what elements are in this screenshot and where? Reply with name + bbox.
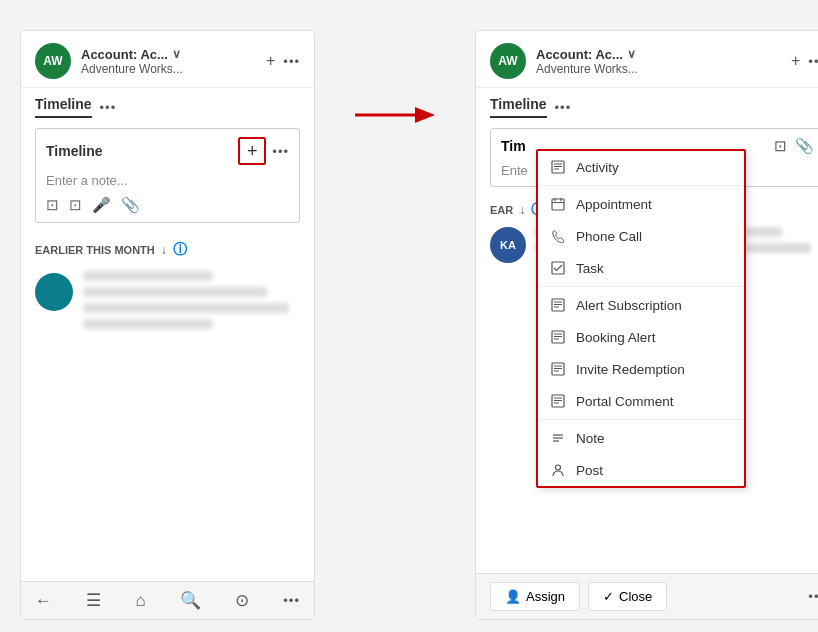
portal-comment-label: Portal Comment xyxy=(576,394,674,409)
appointment-label: Appointment xyxy=(576,197,652,212)
menu-icon[interactable]: ☰ xyxy=(86,590,101,611)
search-icon[interactable]: 🔍 xyxy=(180,590,201,611)
left-timeline-tab-row: Timeline ••• xyxy=(21,88,314,118)
left-header-info: Account: Ac... ∨ Adventure Works... xyxy=(81,47,256,76)
left-timeline-inner: Timeline + ••• Enter a note... ⊡ ⊡ 🎤 📎 xyxy=(35,128,300,223)
right-panel-header: AW Account: Ac... ∨ Adventure Works... +… xyxy=(476,31,818,88)
left-panel: AW Account: Ac... ∨ Adventure Works... +… xyxy=(20,30,315,620)
right-timeline-tab[interactable]: Timeline xyxy=(490,96,547,118)
microphone-icon[interactable]: 🎤 xyxy=(92,196,111,214)
home-icon[interactable]: ⌂ xyxy=(135,591,145,611)
left-timeline-tab[interactable]: Timeline xyxy=(35,96,92,118)
blur-line-3 xyxy=(83,303,289,313)
dropdown-item-invite-redemption[interactable]: Invite Redemption xyxy=(538,353,744,385)
dropdown-item-post[interactable]: Post xyxy=(538,454,744,486)
left-note-icons: ⊡ ⊡ 🎤 📎 xyxy=(46,196,289,214)
dropdown-item-alert-subscription[interactable]: Alert Subscription xyxy=(538,289,744,321)
left-account-title: Account: Ac... xyxy=(81,47,168,62)
left-inner-dots[interactable]: ••• xyxy=(272,144,289,159)
left-section-label: EARLIER THIS MONTH ↓ ⓘ xyxy=(21,233,314,263)
left-plus-btn[interactable]: + xyxy=(238,137,266,165)
right-header-info: Account: Ac... ∨ Adventure Works... xyxy=(536,47,781,76)
svg-rect-10 xyxy=(552,262,564,274)
booking-alert-label: Booking Alert xyxy=(576,330,656,345)
dropdown-item-task[interactable]: Task xyxy=(538,252,744,284)
left-bottom-nav: ← ☰ ⌂ 🔍 ⊙ ••• xyxy=(21,581,314,619)
phone-call-icon xyxy=(550,228,566,244)
right-add-btn[interactable]: + xyxy=(791,52,800,70)
left-avatar: AW xyxy=(35,43,71,79)
dropdown-item-activity[interactable]: Activity xyxy=(538,151,744,183)
close-label: Close xyxy=(619,589,652,604)
close-btn[interactable]: ✓ Close xyxy=(588,582,667,611)
video-icon[interactable]: ⊡ xyxy=(69,196,82,214)
dropdown-item-booking-alert[interactable]: Booking Alert xyxy=(538,321,744,353)
divider-3 xyxy=(538,419,744,420)
dropdown-menu: Activity Appointment xyxy=(536,149,746,488)
attachment-icon[interactable]: 📎 xyxy=(121,196,140,214)
right-timeline-inner-label: Tim xyxy=(501,138,526,154)
sort-icon[interactable]: ↓ xyxy=(161,243,167,257)
left-chevron-icon: ∨ xyxy=(172,47,181,61)
right-avatar: AW xyxy=(490,43,526,79)
back-icon[interactable]: ← xyxy=(35,591,52,611)
right-header-title: Account: Ac... ∨ xyxy=(536,47,781,62)
task-label: Task xyxy=(576,261,604,276)
left-blurred-content xyxy=(21,263,314,343)
dropdown-item-phone-call[interactable]: Phone Call xyxy=(538,220,744,252)
svg-point-30 xyxy=(556,465,561,470)
svg-marker-1 xyxy=(415,107,435,123)
dropdown-item-portal-comment[interactable]: Portal Comment xyxy=(538,385,744,417)
portal-comment-icon xyxy=(550,393,566,409)
note-icon xyxy=(550,430,566,446)
right-sort-icon[interactable]: ↓ xyxy=(519,203,525,217)
more-icon[interactable]: ••• xyxy=(283,593,300,608)
alert-subscription-icon xyxy=(550,297,566,313)
tasks-icon[interactable]: ⊙ xyxy=(235,590,249,611)
appointment-icon xyxy=(550,196,566,212)
left-dots-btn[interactable]: ••• xyxy=(283,54,300,69)
right-arrow-icon xyxy=(355,100,435,130)
left-timeline-inner-header: Timeline + ••• xyxy=(46,137,289,165)
left-add-btn[interactable]: + xyxy=(266,52,275,70)
check-icon: ✓ xyxy=(603,589,614,604)
divider-1 xyxy=(538,185,744,186)
assign-label: Assign xyxy=(526,589,565,604)
right-timeline-dots[interactable]: ••• xyxy=(555,100,572,115)
task-icon xyxy=(550,260,566,276)
alert-subscription-label: Alert Subscription xyxy=(576,298,682,313)
blur-line-4 xyxy=(83,319,213,329)
post-icon xyxy=(550,462,566,478)
right-section-text: EAR xyxy=(490,204,513,216)
right-account-title: Account: Ac... xyxy=(536,47,623,62)
invite-redemption-icon xyxy=(550,361,566,377)
left-header-subtitle: Adventure Works... xyxy=(81,62,256,76)
right-video-icon[interactable]: ⊡ xyxy=(774,137,787,155)
main-container: AW Account: Ac... ∨ Adventure Works... +… xyxy=(0,0,818,632)
dropdown-item-appointment[interactable]: Appointment xyxy=(538,188,744,220)
dropdown-item-note[interactable]: Note xyxy=(538,422,744,454)
right-timeline-tab-row: Timeline ••• xyxy=(476,88,818,118)
invite-redemption-label: Invite Redemption xyxy=(576,362,685,377)
arrow-container xyxy=(355,100,435,130)
bottom-more-btn[interactable]: ••• xyxy=(808,589,818,604)
ka-avatar: KA xyxy=(490,227,526,263)
right-header-subtitle: Adventure Works... xyxy=(536,62,781,76)
booking-alert-icon xyxy=(550,329,566,345)
activity-label: Activity xyxy=(576,160,619,175)
assign-btn[interactable]: 👤 Assign xyxy=(490,582,580,611)
divider-2 xyxy=(538,286,744,287)
note-label: Note xyxy=(576,431,605,446)
left-blurred-lines xyxy=(83,271,300,335)
activity-icon xyxy=(550,159,566,175)
right-attachment-icon[interactable]: 📎 xyxy=(795,137,814,155)
left-panel-header: AW Account: Ac... ∨ Adventure Works... +… xyxy=(21,31,314,88)
right-chevron-icon: ∨ xyxy=(627,47,636,61)
camera-icon[interactable]: ⊡ xyxy=(46,196,59,214)
right-bottom-bar: 👤 Assign ✓ Close ••• xyxy=(476,573,818,619)
section-label-text: EARLIER THIS MONTH xyxy=(35,244,155,256)
right-dots-btn[interactable]: ••• xyxy=(808,54,818,69)
info-icon[interactable]: ⓘ xyxy=(173,241,187,259)
right-panel: AW Account: Ac... ∨ Adventure Works... +… xyxy=(475,30,818,620)
left-timeline-dots[interactable]: ••• xyxy=(100,100,117,115)
